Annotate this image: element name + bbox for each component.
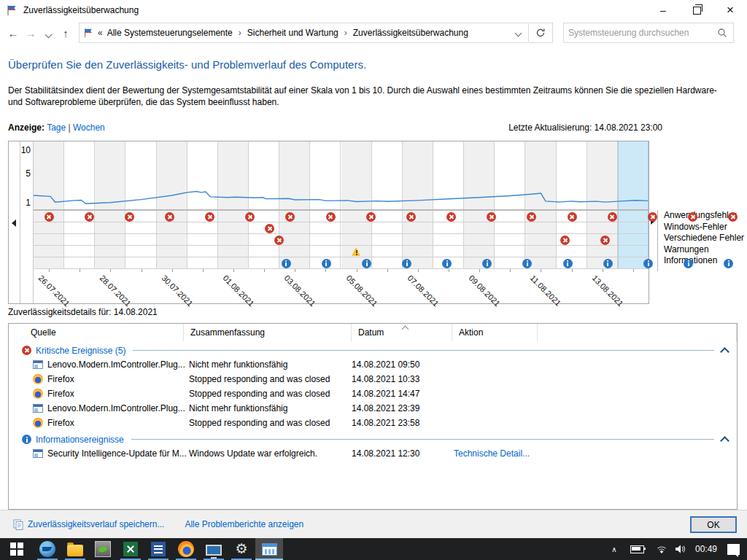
column-header-zusammenfassung[interactable]: Zusammenfassung	[184, 324, 352, 341]
event-date: 14.08.2021 12:30	[352, 448, 454, 459]
save-history-link[interactable]: Zuverlässigkeitsverlauf speichern...	[28, 519, 164, 529]
critical-event-icon[interactable]	[274, 236, 284, 245]
column-header-datum[interactable]: Datum	[352, 324, 452, 341]
information-event-icon[interactable]	[563, 259, 573, 268]
recent-pages-button[interactable]	[39, 27, 57, 39]
table-header: Quelle Zusammenfassung Datum Aktion	[9, 324, 737, 341]
taskbar-word[interactable]	[144, 538, 172, 560]
refresh-button[interactable]	[529, 23, 552, 42]
view-weeks-link[interactable]: Wochen	[73, 122, 105, 133]
critical-event-icon[interactable]	[265, 224, 274, 233]
breadcrumb-overflow-icon[interactable]: «	[98, 28, 103, 38]
column-header-aktion[interactable]: Aktion	[452, 324, 538, 341]
up-button[interactable]: ↑	[57, 27, 74, 39]
taskbar-reliability-monitor[interactable]	[255, 538, 283, 560]
event-group-label: Informationsereignisse	[36, 435, 124, 445]
event-row[interactable]: FirefoxStopped responding and was closed…	[9, 416, 737, 430]
information-event-icon[interactable]	[684, 259, 693, 268]
critical-event-icon[interactable]	[44, 212, 54, 222]
back-button[interactable]: ←	[4, 27, 22, 39]
address-dropdown-button[interactable]	[516, 28, 521, 38]
information-event-icon[interactable]	[402, 259, 411, 268]
view-days-link[interactable]: Tage	[47, 122, 66, 133]
wifi-icon[interactable]	[656, 545, 667, 554]
search-input[interactable]	[564, 28, 717, 38]
breadcrumb-item[interactable]: Zuverlässigkeitsüberwachung	[353, 28, 468, 38]
taskbar-settings[interactable]: ⚙	[228, 538, 255, 560]
taskbar-irfanview[interactable]	[89, 538, 117, 560]
event-group-row[interactable]: Kritische Ereignisse (5)	[9, 343, 737, 357]
minimize-button[interactable]: –	[646, 0, 680, 20]
critical-event-icon[interactable]	[560, 236, 570, 245]
critical-event-icon[interactable]	[245, 212, 255, 222]
taskbar-clock[interactable]: 00:49	[695, 544, 717, 554]
critical-event-icon[interactable]	[728, 212, 738, 222]
battery-icon[interactable]	[626, 545, 649, 553]
collapse-chevron-icon[interactable]	[720, 436, 729, 446]
critical-event-icon[interactable]	[366, 212, 376, 222]
critical-event-icon[interactable]	[165, 212, 174, 222]
technical-details-link[interactable]: Technische Detail...	[454, 448, 530, 459]
restore-button[interactable]	[680, 0, 713, 20]
event-group-row[interactable]: Informationsereignisse	[9, 432, 737, 446]
search-box[interactable]	[563, 23, 734, 43]
event-row[interactable]: FirefoxStopped responding and was closed…	[9, 386, 737, 401]
close-button[interactable]: ×	[713, 0, 747, 20]
information-event-icon[interactable]	[603, 259, 613, 268]
critical-event-icon[interactable]	[406, 212, 416, 222]
breadcrumb-item[interactable]: Alle Systemsteuerungselemente	[107, 28, 233, 38]
scroll-left-icon[interactable]	[12, 219, 16, 227]
critical-event-icon[interactable]	[125, 212, 134, 222]
information-event-icon[interactable]	[322, 259, 331, 268]
critical-event-icon[interactable]	[648, 212, 657, 222]
critical-event-icon[interactable]	[568, 212, 577, 222]
date-tick	[142, 269, 142, 272]
crumb-separator-icon[interactable]: ›	[344, 28, 347, 38]
information-event-icon[interactable]	[482, 259, 492, 268]
save-history-icon	[13, 519, 23, 530]
information-event-icon[interactable]	[362, 259, 371, 268]
critical-event-icon[interactable]	[326, 212, 336, 222]
information-event-icon[interactable]	[522, 259, 532, 268]
collapse-chevron-icon[interactable]	[720, 347, 729, 357]
taskbar-excel[interactable]	[117, 538, 144, 560]
column-header-quelle[interactable]: Quelle	[22, 324, 184, 341]
critical-event-icon[interactable]	[85, 212, 94, 222]
critical-event-icon[interactable]	[600, 236, 610, 245]
ok-button[interactable]: OK	[690, 516, 737, 533]
view-all-reports-link[interactable]: Alle Problemberichte anzeigen	[185, 519, 303, 529]
information-event-icon[interactable]	[442, 259, 452, 268]
taskbar-thunderbird[interactable]	[34, 538, 61, 560]
window-title: Zuverlässigkeitsüberwachung	[23, 5, 139, 15]
breadcrumb-item[interactable]: Sicherheit und Wartung	[247, 28, 338, 38]
crumb-separator-icon[interactable]: ›	[239, 28, 241, 38]
critical-event-icon[interactable]	[446, 212, 456, 222]
critical-event-icon[interactable]	[285, 212, 295, 222]
event-grid-row	[34, 257, 649, 269]
event-row[interactable]: Lenovo.Modern.ImController.Plug...Nicht …	[9, 401, 737, 416]
critical-event-icon[interactable]	[608, 212, 617, 222]
taskbar-firefox[interactable]	[172, 538, 200, 560]
stability-index-line	[34, 141, 649, 209]
warning-event-icon[interactable]	[352, 247, 361, 256]
critical-event-icon[interactable]	[527, 212, 536, 222]
critical-event-icon[interactable]	[688, 212, 697, 222]
forward-button[interactable]: →	[22, 27, 39, 39]
address-bar[interactable]: « Alle Systemsteuerungselemente›Sicherhe…	[79, 23, 553, 43]
event-source: Firefox	[47, 389, 74, 399]
taskbar-explorer[interactable]	[61, 538, 89, 560]
information-event-icon[interactable]	[724, 259, 733, 268]
event-row[interactable]: Lenovo.Modern.ImController.Plug...Nicht …	[9, 357, 737, 372]
volume-icon[interactable]	[675, 544, 686, 554]
event-date: 14.08.2021 09:50	[352, 359, 454, 370]
tray-expand-icon[interactable]: ∧	[606, 545, 622, 553]
action-center-icon[interactable]	[727, 544, 740, 555]
event-row[interactable]: Security Intelligence-Update für M...Win…	[9, 446, 737, 461]
information-event-icon[interactable]	[282, 259, 291, 268]
critical-event-icon[interactable]	[205, 212, 214, 222]
taskbar-start[interactable]	[0, 538, 34, 560]
event-row[interactable]: FirefoxStopped responding and was closed…	[9, 372, 737, 386]
taskbar-computer[interactable]	[200, 538, 228, 560]
information-event-icon[interactable]	[643, 259, 653, 268]
critical-event-icon[interactable]	[487, 212, 496, 222]
